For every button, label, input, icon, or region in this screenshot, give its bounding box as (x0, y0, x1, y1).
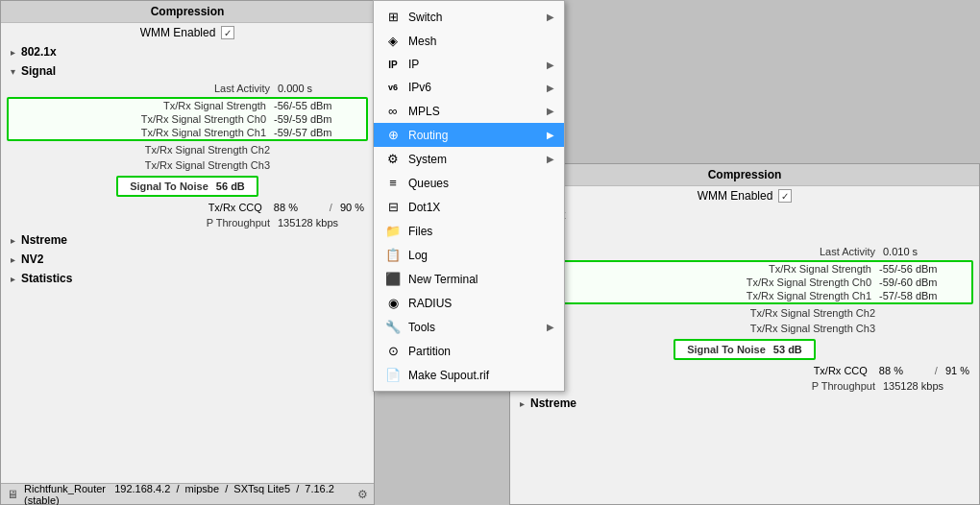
right-compression-header: Compression (510, 164, 979, 186)
log-icon: 📋 (383, 248, 403, 262)
left-nstreme-toggle[interactable]: ▸ (11, 235, 15, 246)
menu-label-supout: Make Supout.rif (408, 369, 554, 382)
menu-label-radius: RADIUS (408, 297, 554, 310)
system-arrow: ▶ (547, 154, 554, 164)
menu-item-files[interactable]: 📁 Files (374, 219, 564, 243)
left-throughput-value: 135128 kbps (278, 217, 364, 228)
menu-item-terminal[interactable]: ⬛ New Terminal (374, 267, 564, 291)
menu-label-log: Log (408, 249, 554, 262)
left-status-bar: 🖥 Richtfunk_Router 192.168.4.2 / mipsbe … (1, 483, 374, 504)
routing-arrow: ▶ (547, 130, 554, 140)
radius-icon: ◉ (383, 296, 403, 310)
left-signal-box: Tx/Rx Signal Strength -56/-55 dBm Tx/Rx … (7, 97, 368, 141)
menu-item-switch[interactable]: ⊞ Switch ▶ (374, 5, 564, 29)
right-signal-value-2: -57/-58 dBm (879, 290, 966, 301)
right-signal-label-1: Tx/Rx Signal Strength Ch0 (524, 277, 879, 288)
files-icon: 📁 (383, 224, 403, 238)
left-wmm-label: WMM Enabled (140, 26, 216, 39)
menu-label-dot1x: Dot1X (408, 201, 554, 214)
left-wmm-checkbox[interactable] (221, 26, 234, 39)
queues-icon: ≡ (383, 176, 403, 190)
left-status-icon: 🖥 (7, 488, 18, 501)
terminal-icon: ⬛ (383, 272, 403, 286)
left-signal-toggle[interactable]: ▾ (11, 66, 15, 77)
menu-label-tools: Tools (408, 321, 547, 334)
menu-label-mpls: MPLS (408, 105, 547, 118)
right-last-activity-label: Last Activity (520, 246, 883, 257)
right-signal-row-1: Tx/Rx Signal Strength Ch0 -59/-60 dBm (518, 276, 971, 289)
menu-label-partition: Partition (408, 345, 554, 358)
supout-icon: 📄 (383, 368, 403, 382)
left-throughput-label: P Throughput (11, 217, 278, 228)
left-throughput-row: P Throughput 135128 kbps (1, 215, 374, 230)
left-stn-box: Signal To Noise 56 dB (116, 176, 258, 197)
mesh-icon: ◈ (383, 34, 403, 48)
right-wmm-label: WMM Enabled (698, 189, 773, 203)
right-wmm-row: WMM Enabled (510, 186, 979, 205)
right-nstreme-toggle[interactable]: ▸ (520, 398, 525, 409)
system-icon: ⚙ (383, 152, 403, 166)
menu-item-ip[interactable]: IP IP ▶ (374, 53, 564, 76)
menu-item-dot1x[interactable]: ⊟ Dot1X (374, 195, 564, 219)
menu-label-files: Files (408, 225, 554, 238)
ip-arrow: ▶ (547, 60, 554, 70)
menu-item-mesh[interactable]: ◈ Mesh (374, 29, 564, 53)
left-signal-section: ▾ Signal (1, 61, 374, 81)
left-last-activity-value: 0.000 s (278, 83, 364, 94)
left-nstreme-label: Nstreme (21, 233, 67, 247)
right-ch3-row: Tx/Rx Signal Strength Ch3 (510, 321, 979, 336)
tools-arrow: ▶ (547, 322, 554, 332)
left-signal-label: Signal (21, 64, 56, 78)
left-8021x-toggle[interactable]: ▸ (11, 47, 15, 58)
left-panel: Compression WMM Enabled ▸ 802.1x ▾ Signa… (0, 0, 375, 505)
right-nstreme-row: ▸ Nstreme (510, 394, 979, 413)
right-signal-section: ▾ Signal (510, 225, 979, 244)
left-settings-icon[interactable]: ⚙ (357, 488, 368, 501)
menu-item-mpls[interactable]: ∞ MPLS ▶ (374, 99, 564, 123)
left-last-activity-row: Last Activity 0.000 s (1, 81, 374, 96)
left-ch2-row: Tx/Rx Signal Strength Ch2 (1, 142, 374, 157)
routing-icon: ⊕ (383, 128, 403, 142)
menu-label-routing: Routing (408, 129, 547, 142)
right-wmm-checkbox[interactable] (778, 189, 792, 203)
menu-item-routing[interactable]: ⊕ Routing ▶ (374, 123, 564, 147)
menu-label-terminal: New Terminal (408, 273, 554, 286)
right-stn-label: Signal To Noise (687, 344, 766, 355)
left-signal-label-1: Tx/Rx Signal Strength Ch0 (14, 113, 274, 125)
right-stn-box: Signal To Noise 53 dB (674, 339, 816, 360)
menu-item-system[interactable]: ⚙ System ▶ (374, 147, 564, 171)
left-nv2-toggle[interactable]: ▸ (11, 254, 15, 265)
left-ch3-row: Tx/Rx Signal Strength Ch3 (1, 157, 374, 173)
ip-icon: IP (383, 60, 403, 70)
right-signal-label-2: Tx/Rx Signal Strength Ch1 (524, 290, 879, 301)
left-signal-value-2: -59/-57 dBm (274, 127, 360, 138)
left-wmm-row: WMM Enabled (1, 23, 374, 42)
mpls-icon: ∞ (383, 104, 403, 118)
partition-icon: ⊙ (383, 344, 403, 358)
left-status-text: Richtfunk_Router 192.168.4.2 / mipsbe / … (24, 483, 348, 506)
menu-label-system: System (408, 153, 547, 166)
right-stn-row: Signal To Noise 53 dB (510, 336, 979, 363)
menu-item-queues[interactable]: ≡ Queues (374, 171, 564, 195)
menu-item-tools[interactable]: 🔧 Tools ▶ (374, 315, 564, 339)
left-stats-row: ▸ Statistics (1, 269, 374, 288)
left-stats-toggle[interactable]: ▸ (11, 274, 15, 284)
right-throughput-row: P Throughput 135128 kbps (510, 378, 979, 394)
menu-item-log[interactable]: 📋 Log (374, 243, 564, 267)
left-signal-row-1: Tx/Rx Signal Strength Ch0 -59/-59 dBm (9, 112, 366, 126)
menu-item-supout[interactable]: 📄 Make Supout.rif (374, 363, 564, 387)
left-nv2-label: NV2 (21, 252, 43, 266)
left-ccq-sep: / (326, 202, 336, 213)
right-ccq-label: Tx/Rx CCQ (520, 365, 875, 376)
menu-item-ipv6[interactable]: v6 IPv6 ▶ (374, 76, 564, 99)
menu-item-radius[interactable]: ◉ RADIUS (374, 291, 564, 315)
left-stn-row: Signal To Noise 56 dB (1, 173, 374, 200)
right-last-activity-value: 0.010 s (883, 246, 969, 257)
menu-item-partition[interactable]: ⊙ Partition (374, 339, 564, 363)
left-stn-label: Signal To Noise (130, 180, 208, 192)
menu-label-queues: Queues (408, 177, 554, 190)
left-compression-header: Compression (1, 1, 374, 23)
right-ch3-label: Tx/Rx Signal Strength Ch3 (520, 323, 883, 334)
switch-arrow: ▶ (547, 12, 554, 22)
left-8021x-label: 802.1x (21, 45, 57, 59)
